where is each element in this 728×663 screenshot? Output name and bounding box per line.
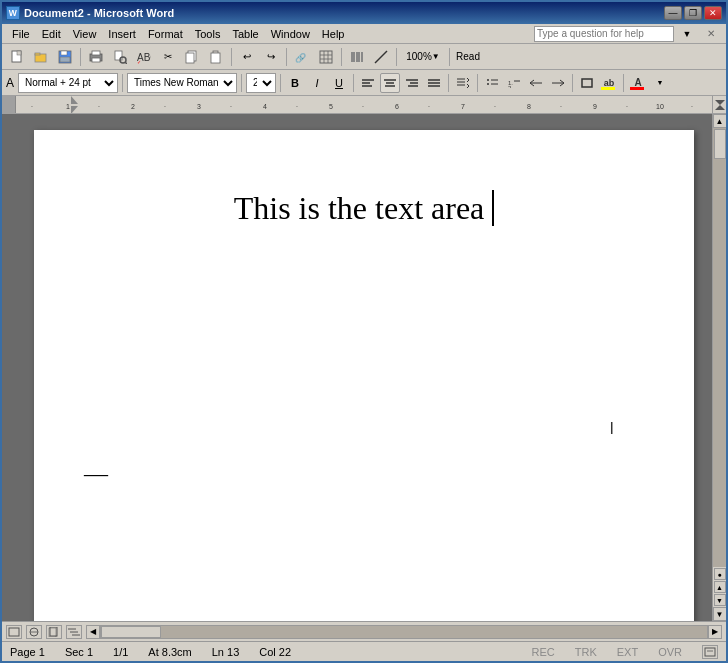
vertical-scrollbar: ▲ ● ▲ ▼ ▼ [712, 114, 726, 621]
svg-marker-81 [715, 105, 725, 110]
document-scroll[interactable]: This is the text area — I [2, 114, 726, 621]
separator [477, 74, 478, 92]
svg-text:·: · [362, 103, 364, 110]
svg-text:·: · [296, 103, 298, 110]
menu-tools[interactable]: Tools [189, 26, 227, 42]
scroll-extras: ● ▲ ▼ [714, 567, 726, 607]
cut-button[interactable]: ✂ [157, 47, 179, 67]
scroll-down-button[interactable]: ▼ [713, 607, 727, 621]
h-scroll-thumb[interactable] [101, 626, 161, 638]
h-scroll-track[interactable] [100, 625, 708, 639]
task-scrollbar-row: ◀ ▶ [2, 621, 726, 641]
next-page-button[interactable]: ▼ [714, 594, 726, 606]
paste-button[interactable] [205, 47, 227, 67]
menu-bar: File Edit View Insert Format Tools Table… [2, 24, 726, 44]
undo-button[interactable]: ↩ [236, 47, 258, 67]
line-spacing-button[interactable] [453, 73, 473, 93]
font-color-dropdown[interactable]: ▼ [650, 73, 670, 93]
select-browse-button[interactable]: ● [714, 568, 726, 580]
prev-page-button[interactable]: ▲ [714, 581, 726, 593]
svg-rect-27 [351, 52, 355, 62]
svg-text:4: 4 [263, 103, 267, 110]
print-preview-button[interactable] [109, 47, 131, 67]
restore-button[interactable]: ❐ [684, 6, 702, 20]
svg-text:·: · [230, 103, 232, 110]
ruler-corner[interactable] [712, 96, 726, 113]
menu-file[interactable]: File [6, 26, 36, 42]
minimize-button[interactable]: — [664, 6, 682, 20]
status-trk: TRK [575, 646, 597, 658]
menu-help[interactable]: Help [316, 26, 351, 42]
separator [122, 74, 123, 92]
drawing-button[interactable] [370, 47, 392, 67]
spell-check-button[interactable]: ABC✓ [133, 47, 155, 67]
svg-point-46 [487, 79, 489, 81]
align-left-button[interactable] [358, 73, 378, 93]
separator [572, 74, 573, 92]
print-button[interactable] [85, 47, 107, 67]
em-dash: — [84, 460, 108, 487]
zoom-dropdown[interactable]: 100%▼ [401, 47, 445, 67]
font-dropdown[interactable]: Times New Roman [127, 73, 237, 93]
increase-indent-button[interactable] [548, 73, 568, 93]
separator [280, 74, 281, 92]
italic-button[interactable]: I [307, 73, 327, 93]
numbering-button[interactable]: 1.2. [504, 73, 524, 93]
help-button[interactable]: Read [454, 47, 482, 67]
save-button[interactable] [54, 47, 76, 67]
columns-button[interactable] [346, 47, 368, 67]
help-search-btn[interactable]: ▼ [676, 24, 698, 44]
svg-rect-29 [361, 52, 363, 62]
scroll-track[interactable] [713, 128, 726, 567]
separator [448, 74, 449, 92]
menu-insert[interactable]: Insert [102, 26, 142, 42]
menu-edit[interactable]: Edit [36, 26, 67, 42]
svg-text:6: 6 [395, 103, 399, 110]
menu-table[interactable]: Table [226, 26, 264, 42]
scroll-right-button[interactable]: ▶ [708, 625, 722, 639]
menu-format[interactable]: Format [142, 26, 189, 42]
highlight-button[interactable]: ab [599, 73, 619, 93]
svg-text:🔗: 🔗 [295, 52, 307, 64]
text-cursor [484, 190, 494, 226]
web-view-button[interactable] [26, 625, 42, 639]
outside-border-button[interactable] [577, 73, 597, 93]
style-dropdown[interactable]: Normal + 24 pt [18, 73, 118, 93]
align-right-button[interactable] [402, 73, 422, 93]
close-button[interactable]: ✕ [704, 6, 722, 20]
font-color-button[interactable]: A [628, 73, 648, 93]
decrease-indent-button[interactable] [526, 73, 546, 93]
svg-rect-11 [92, 58, 100, 62]
copy-button[interactable] [181, 47, 203, 67]
menu-window[interactable]: Window [265, 26, 316, 42]
scroll-thumb[interactable] [714, 129, 726, 159]
separator [341, 48, 342, 66]
page-content[interactable]: This is the text area [114, 190, 614, 227]
svg-rect-22 [320, 51, 332, 63]
table-button[interactable] [315, 47, 337, 67]
bold-button[interactable]: B [285, 73, 305, 93]
size-dropdown[interactable]: 24 [246, 73, 276, 93]
redo-button[interactable]: ↪ [260, 47, 282, 67]
hyperlink-button[interactable]: 🔗 [291, 47, 313, 67]
menu-view[interactable]: View [67, 26, 103, 42]
status-ln: Ln 13 [212, 646, 240, 658]
normal-view-button[interactable] [6, 625, 22, 639]
open-button[interactable] [30, 47, 52, 67]
outline-view-button[interactable] [66, 625, 82, 639]
underline-button[interactable]: U [329, 73, 349, 93]
scroll-up-button[interactable]: ▲ [713, 114, 727, 128]
svg-rect-8 [60, 57, 70, 62]
help-search-input[interactable] [534, 26, 674, 42]
standard-toolbar: ABC✓ ✂ ↩ ↪ 🔗 100%▼ Read [2, 44, 726, 70]
scroll-left-button[interactable]: ◀ [86, 625, 100, 639]
svg-text:7: 7 [461, 103, 465, 110]
new-button[interactable] [6, 47, 28, 67]
align-justify-button[interactable] [424, 73, 444, 93]
status-col: Col 22 [259, 646, 291, 658]
print-view-button[interactable] [46, 625, 62, 639]
svg-rect-7 [61, 51, 67, 55]
close-help-btn[interactable]: ✕ [700, 24, 722, 44]
bullets-button[interactable] [482, 73, 502, 93]
align-center-button[interactable] [380, 73, 400, 93]
